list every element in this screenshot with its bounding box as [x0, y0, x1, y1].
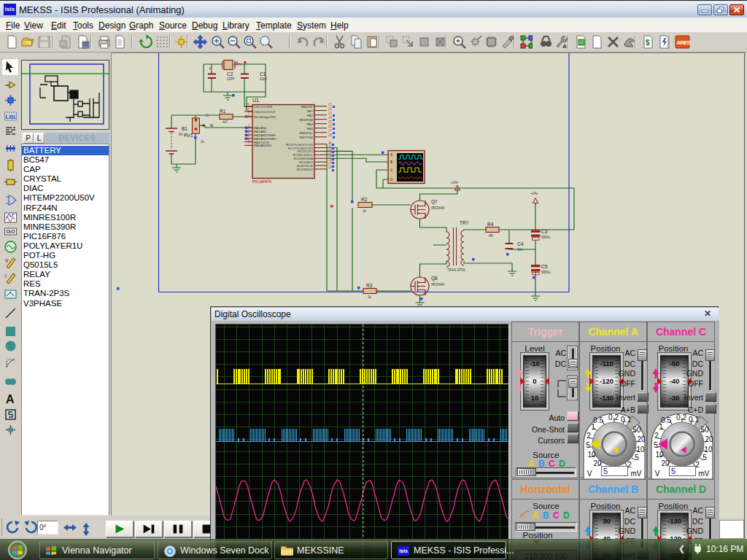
svg-text:mV: mV	[699, 470, 710, 478]
svg-text:20: 20	[705, 435, 713, 443]
svg-text:5: 5	[635, 454, 639, 462]
svg-text:V: V	[587, 470, 592, 478]
svg-text:C1: C1	[260, 71, 266, 77]
svg-text:IRFZ44N: IRFZ44N	[431, 283, 444, 287]
svg-text:0.2: 0.2	[608, 413, 619, 421]
svg-text:$: $	[646, 39, 650, 47]
svg-text:RV1: RV1	[184, 133, 193, 138]
svg-text:1: 1	[659, 423, 663, 431]
svg-text:25: 25	[328, 120, 333, 124]
svg-text:V: V	[5, 258, 9, 263]
svg-text:22pF: 22pF	[260, 77, 268, 81]
svg-text:27: 27	[328, 129, 333, 133]
svg-text:IRFZ44N: IRFZ44N	[431, 206, 444, 210]
svg-text:+24v: +24v	[451, 181, 459, 184]
svg-text:18: 18	[328, 166, 333, 169]
svg-text:22: 22	[328, 107, 333, 111]
svg-text:B: B	[390, 160, 392, 164]
svg-text:RB5: RB5	[307, 127, 314, 131]
svg-text:RB6/PGC: RB6/PGC	[300, 131, 313, 135]
svg-text:RB1: RB1	[307, 109, 314, 113]
svg-text:TRAN-2P3S: TRAN-2P3S	[447, 268, 465, 272]
svg-text:22PF: 22PF	[227, 77, 235, 81]
svg-text:28: 28	[328, 133, 333, 137]
svg-text:A: A	[6, 393, 15, 405]
svg-text:Q7: Q7	[431, 199, 438, 205]
svg-text:OSC1/CLKIN: OSC1/CLKIN	[254, 105, 272, 109]
svg-text:R2: R2	[361, 197, 368, 202]
svg-text:21: 21	[328, 103, 333, 106]
svg-text:50: 50	[632, 426, 641, 434]
svg-text:C5: C5	[541, 264, 548, 269]
svg-text:23: 23	[328, 112, 333, 115]
svg-text:ARES: ARES	[677, 39, 691, 46]
svg-text:1: 1	[591, 423, 595, 431]
svg-text:TR?: TR?	[460, 220, 469, 225]
svg-text:V: V	[655, 470, 660, 478]
svg-text:10: 10	[636, 446, 645, 454]
svg-text:RB2: RB2	[307, 114, 314, 117]
svg-text:C2: C2	[227, 71, 233, 77]
svg-text:5: 5	[654, 441, 658, 449]
svg-text:4k7: 4k7	[222, 120, 228, 124]
svg-text:RB3/PGM: RB3/PGM	[299, 118, 313, 122]
svg-text:A: A	[390, 153, 392, 157]
svg-text:0.2: 0.2	[676, 413, 686, 421]
svg-text:RB0/INT: RB0/INT	[301, 105, 313, 109]
svg-text:0.1: 0.1	[621, 416, 631, 424]
svg-text:9V: 9V	[179, 133, 183, 136]
svg-text:2: 2	[627, 461, 632, 469]
svg-text:R3: R3	[366, 283, 373, 288]
svg-text:10: 10	[246, 108, 250, 112]
svg-text:5: 5	[703, 454, 707, 462]
svg-text:1k: 1k	[368, 295, 372, 299]
svg-text:OSC2/CLKOUT: OSC2/CLKOUT	[254, 110, 276, 114]
svg-text:10: 10	[655, 451, 664, 459]
svg-text:B1: B1	[182, 126, 187, 131]
svg-text:R4: R4	[487, 222, 494, 227]
svg-text:2: 2	[654, 432, 659, 440]
svg-text:LBL: LBL	[6, 114, 18, 120]
svg-text:2: 2	[695, 461, 700, 469]
svg-text:10u: 10u	[517, 248, 523, 252]
svg-text:mV: mV	[631, 470, 642, 478]
svg-text:1k: 1k	[201, 140, 205, 144]
svg-text:2: 2	[587, 432, 591, 440]
svg-text:4R: 4R	[489, 234, 494, 238]
svg-text:10: 10	[587, 451, 596, 459]
svg-text:5: 5	[586, 441, 590, 449]
svg-text:50: 50	[700, 426, 709, 434]
svg-text:A: A	[562, 43, 567, 50]
svg-text:1k: 1k	[363, 209, 367, 213]
svg-text:10: 10	[704, 446, 713, 454]
svg-text:PIC16F876: PIC16F876	[252, 179, 271, 184]
svg-text:4MHz: 4MHz	[233, 63, 243, 66]
svg-text:MCLR/Vpp/THV: MCLR/Vpp/THV	[254, 115, 276, 119]
svg-text:RB4: RB4	[307, 122, 314, 126]
svg-text:R1: R1	[220, 109, 226, 114]
svg-text:Q8: Q8	[431, 276, 438, 281]
svg-text:0.1: 0.1	[689, 416, 699, 424]
svg-text:RC7/RX/DT: RC7/RX/DT	[297, 168, 314, 171]
svg-text:C4: C4	[517, 241, 524, 246]
svg-text:6800u: 6800u	[541, 236, 551, 239]
svg-text:1: 1	[248, 113, 250, 117]
svg-text:20: 20	[637, 435, 646, 443]
svg-text:9: 9	[247, 103, 249, 106]
svg-text:C3: C3	[541, 229, 548, 234]
svg-text:6800u: 6800u	[541, 271, 551, 274]
svg-text:9: 9	[9, 230, 12, 234]
svg-text:26: 26	[328, 125, 333, 128]
svg-text:+24v: +24v	[530, 192, 538, 195]
svg-text:I: I	[5, 273, 7, 279]
svg-text:RA5/AN4/SS: RA5/AN4/SS	[254, 144, 271, 147]
svg-text:24: 24	[328, 116, 333, 120]
svg-text:U1: U1	[252, 98, 259, 103]
svg-text:RB7/PGD: RB7/PGD	[300, 136, 313, 139]
svg-text:7: 7	[248, 142, 250, 146]
